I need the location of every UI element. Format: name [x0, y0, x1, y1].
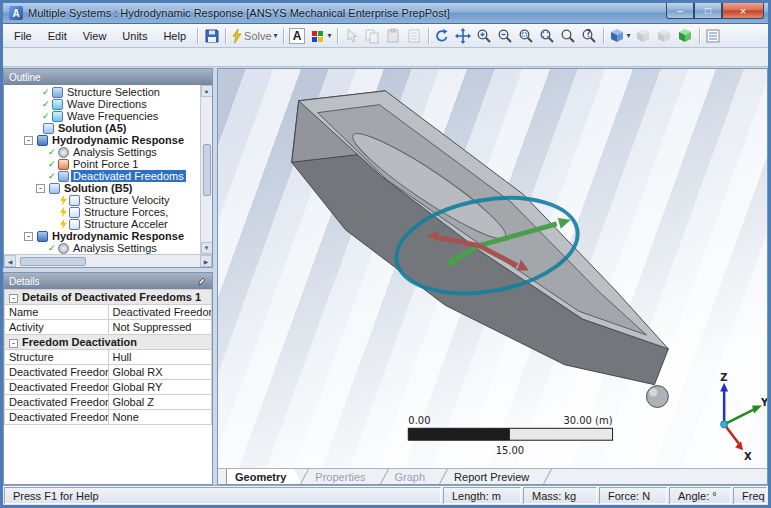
check-icon: ✓ [42, 86, 51, 98]
tree-item-deactivated-freedoms[interactable]: ✓Deactivated Freedoms [4, 170, 200, 182]
view-preset-button-1[interactable] [633, 26, 654, 46]
menu-edit[interactable]: Edit [40, 27, 75, 45]
box-zoom-button[interactable] [516, 26, 537, 46]
pan-button[interactable] [453, 26, 474, 46]
dropdown-icon: ▾ [627, 31, 631, 40]
status-frequency-unit: Freq [733, 487, 767, 504]
annotation-button[interactable]: A [287, 26, 308, 46]
zoom-out-icon [497, 28, 513, 44]
zoom-in-button[interactable] [474, 26, 495, 46]
zoom-out-button[interactable] [495, 26, 516, 46]
system-icon [37, 231, 48, 242]
detail-row-structure: StructureHull [5, 350, 212, 365]
tree-vertical-scrollbar[interactable]: ▲ ▼ [200, 85, 212, 254]
menu-help[interactable]: Help [155, 27, 194, 45]
tree-item-structure-velocity[interactable]: Structure Velocity [4, 194, 200, 206]
query-button[interactable]: ? [579, 26, 600, 46]
section-title: Freedom Deactivation [22, 336, 137, 348]
menu-view[interactable]: View [75, 27, 115, 45]
axis-y-label: Y [760, 397, 767, 408]
view-preset-button-2[interactable] [654, 26, 675, 46]
collapse-box[interactable]: - [9, 339, 18, 348]
pin-icon[interactable] [197, 276, 207, 286]
save-icon [204, 28, 220, 44]
maximize-button[interactable]: □ [694, 3, 722, 19]
solution-icon [49, 183, 60, 194]
select-button[interactable] [341, 26, 362, 46]
details-table: -Details of Deactivated Freedoms 1 NameD… [4, 289, 212, 425]
expander-icon[interactable]: - [24, 232, 33, 241]
document-icon [406, 28, 422, 44]
tree-item-structure-acceleration[interactable]: Structure Acceler [4, 218, 200, 230]
detail-row-freedom-3: Deactivated Freedom 3Global Z [5, 395, 212, 410]
box-zoom-icon [518, 28, 534, 44]
scroll-left-icon[interactable]: ◀ [4, 255, 16, 267]
tree-item-analysis-settings-1[interactable]: ✓Analysis Settings [4, 146, 200, 158]
window-controls: – □ × [666, 3, 764, 19]
scroll-down-icon[interactable]: ▼ [201, 242, 213, 254]
menu-file[interactable]: File [6, 27, 40, 45]
3d-scene: 0.00 30.00 (m) 15.00 [218, 69, 767, 468]
scroll-thumb[interactable] [20, 257, 86, 266]
check-icon: ✓ [48, 242, 57, 254]
coordinate-triad[interactable]: Z Y X [720, 372, 767, 462]
rotate-button[interactable] [432, 26, 453, 46]
tree-item-structure-forces[interactable]: Structure Forces, [4, 206, 200, 218]
ship-hull-model [292, 91, 669, 408]
tree-item-hydrodynamic-response-1[interactable]: -Hydrodynamic Response [4, 134, 200, 146]
check-icon: ✓ [42, 110, 51, 122]
paste-button[interactable] [383, 26, 404, 46]
paste-icon [385, 28, 401, 44]
status-angle-unit: Angle: ° [669, 487, 731, 504]
delete-button[interactable] [404, 26, 425, 46]
3d-canvas[interactable]: 0.00 30.00 (m) 15.00 [218, 69, 767, 468]
scroll-right-icon[interactable]: ▶ [200, 255, 212, 267]
minimize-button[interactable]: – [666, 3, 694, 19]
outline-header: Outline [4, 69, 212, 85]
magnifier-button[interactable] [558, 26, 579, 46]
worksheet-button[interactable] [703, 26, 724, 46]
title-bar: A Multiple Systems : Hydrodynamic Respon… [3, 3, 768, 24]
copy-button[interactable] [362, 26, 383, 46]
context-toolbar [3, 48, 768, 67]
tree-item-wave-frequencies[interactable]: ✓Wave Frequencies [4, 110, 200, 122]
app-window: A Multiple Systems : Hydrodynamic Respon… [0, 0, 771, 508]
expander-icon[interactable]: - [24, 136, 33, 145]
menu-units[interactable]: Units [114, 27, 155, 45]
collapse-box[interactable]: - [9, 294, 18, 303]
color-picker-button[interactable]: ▾ [308, 26, 334, 46]
svg-text:15.00: 15.00 [496, 445, 525, 456]
tree-item-structure-selection[interactable]: ✓Structure Selection [4, 86, 200, 98]
solve-button[interactable]: Solve ▾ [229, 26, 280, 46]
iso-view-button[interactable]: ▾ [607, 26, 633, 46]
app-icon: A [9, 6, 23, 20]
tree-horizontal-scrollbar[interactable]: ◀ ▶ [4, 254, 212, 267]
close-button[interactable]: × [722, 3, 764, 19]
status-bar: Press F1 for Help Length: m Mass: kg For… [3, 485, 768, 505]
tree-item-analysis-settings-2[interactable]: ✓Analysis Settings [4, 242, 200, 254]
scroll-thumb[interactable] [203, 144, 211, 196]
wave-icon [52, 111, 63, 122]
tree-item-solution-b5[interactable]: -Solution (B5) [4, 182, 200, 194]
tree-item-wave-directions[interactable]: ✓Wave Directions [4, 98, 200, 110]
tree-item-point-force-1[interactable]: ✓Point Force 1 [4, 158, 200, 170]
structure-selection-icon [52, 87, 63, 98]
detail-row-name: NameDeactivated Freedoms 1 [5, 305, 212, 320]
lightning-icon [60, 207, 67, 218]
tab-report-preview[interactable]: Report Preview [446, 469, 545, 484]
lightning-icon [231, 29, 242, 43]
lightning-icon [60, 219, 67, 230]
tree-item-hydrodynamic-response-2[interactable]: -Hydrodynamic Response [4, 230, 200, 242]
tree-item-solution-a5[interactable]: Solution (A5) [4, 122, 200, 134]
settings-icon [58, 147, 69, 158]
tab-geometry[interactable]: Geometry [226, 469, 302, 484]
expander-icon[interactable]: - [36, 184, 45, 193]
details-caption: Details of Deactivated Freedoms 1 [22, 291, 201, 303]
save-button[interactable] [201, 26, 222, 46]
scroll-up-icon[interactable]: ▲ [201, 85, 213, 97]
svg-text:30.00 (m): 30.00 (m) [563, 415, 612, 426]
query-icon: ? [581, 28, 597, 44]
shaded-view-button[interactable] [675, 26, 696, 46]
zoom-fit-button[interactable] [537, 26, 558, 46]
details-panel: Details -Details of Deactivated Freedoms… [3, 272, 213, 485]
